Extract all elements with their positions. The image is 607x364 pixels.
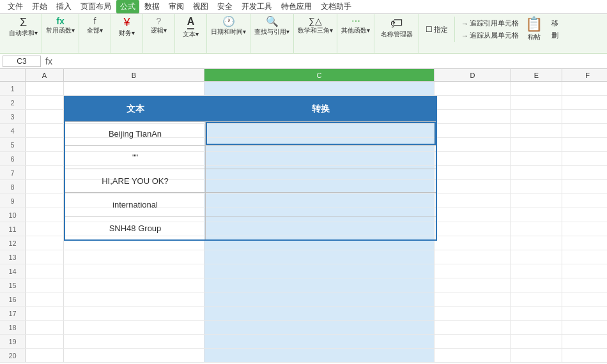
- title-menu[interactable]: 文件 开始 插入 页面布局 公式 数据 审阅 视图 安全 开发工具 特色应用 文…: [4, 0, 355, 13]
- cell-C18[interactable]: [204, 321, 434, 334]
- cell-F5[interactable]: [562, 138, 607, 151]
- col-header-E[interactable]: E: [511, 69, 562, 81]
- cell-A9[interactable]: [26, 194, 64, 208]
- cell-A15[interactable]: [26, 278, 64, 292]
- cell-E13[interactable]: [511, 250, 562, 264]
- cell-E19[interactable]: [511, 335, 562, 348]
- cell-A12[interactable]: [26, 236, 64, 250]
- cell-E10[interactable]: [511, 208, 562, 222]
- cell-F11[interactable]: [562, 222, 607, 236]
- cell-D17[interactable]: [434, 307, 511, 320]
- cell-E8[interactable]: [511, 180, 562, 193]
- cell-C19[interactable]: [204, 335, 434, 348]
- table-cell-text-1[interactable]: Beijing TianAn: [65, 122, 206, 145]
- cell-A2[interactable]: [26, 96, 64, 109]
- cell-F13[interactable]: [562, 250, 607, 264]
- cell-F20[interactable]: [562, 349, 607, 362]
- cell-B13[interactable]: [64, 250, 204, 264]
- cell-A17[interactable]: [26, 307, 64, 320]
- namemanager-button[interactable]: 🏷 名称管理器: [381, 17, 413, 39]
- finance-button[interactable]: ¥ 财务▾: [119, 17, 135, 38]
- cell-E5[interactable]: [511, 138, 562, 151]
- cell-F15[interactable]: [562, 278, 607, 292]
- paste-button[interactable]: 📋 粘帖: [525, 17, 542, 42]
- table-cell-text-2[interactable]: "": [65, 146, 206, 169]
- cell-F2[interactable]: [562, 96, 607, 109]
- text-button[interactable]: A 文本▾: [183, 17, 199, 39]
- cell-A8[interactable]: [26, 180, 64, 193]
- cell-F8[interactable]: [562, 180, 607, 193]
- cell-F6[interactable]: [562, 152, 607, 165]
- table-cell-text-5[interactable]: SNH48 Group: [65, 216, 206, 239]
- cell-F14[interactable]: [562, 264, 607, 278]
- col-header-D[interactable]: D: [434, 69, 511, 81]
- cell-E1[interactable]: [511, 82, 562, 95]
- col-header-F[interactable]: F: [562, 69, 607, 81]
- cell-B20[interactable]: [64, 349, 204, 362]
- cell-A14[interactable]: [26, 264, 64, 278]
- cell-E11[interactable]: [511, 222, 562, 236]
- math-button[interactable]: ∑△ 数学和三角▾: [298, 17, 333, 35]
- cell-A7[interactable]: [26, 166, 64, 179]
- cell-E6[interactable]: [511, 152, 562, 165]
- cell-F1[interactable]: [562, 82, 607, 95]
- cell-A1[interactable]: [26, 82, 64, 95]
- table-cell-convert-3[interactable]: [206, 169, 436, 192]
- menu-layout[interactable]: 页面布局: [77, 0, 115, 13]
- cell-E18[interactable]: [511, 321, 562, 334]
- cell-F12[interactable]: [562, 236, 607, 250]
- cell-B14[interactable]: [64, 264, 204, 278]
- cell-D15[interactable]: [434, 278, 511, 292]
- cell-D12[interactable]: [434, 236, 511, 250]
- cell-D13[interactable]: [434, 250, 511, 264]
- table-cell-text-3[interactable]: HI,ARE YOU OK?: [65, 169, 206, 192]
- trace-dep-button[interactable]: → 追踪从属单元格: [459, 30, 521, 41]
- cell-C1[interactable]: [204, 82, 434, 95]
- logic-button[interactable]: ? 逻辑▾: [151, 17, 167, 35]
- cell-F4[interactable]: [562, 124, 607, 137]
- cell-F10[interactable]: [562, 208, 607, 222]
- cell-C16[interactable]: [204, 292, 434, 306]
- cell-A3[interactable]: [26, 110, 64, 123]
- cell-E20[interactable]: [511, 349, 562, 362]
- cell-C17[interactable]: [204, 307, 434, 320]
- formula-input[interactable]: [57, 57, 604, 66]
- table-cell-convert-2[interactable]: [206, 146, 436, 169]
- otherfunc-button[interactable]: ⋯ 其他函数▾: [341, 17, 370, 35]
- cell-F7[interactable]: [562, 166, 607, 179]
- cell-E17[interactable]: [511, 307, 562, 320]
- cell-C14[interactable]: [204, 264, 434, 278]
- datetime-button[interactable]: 🕐 日期和时间▾: [211, 17, 246, 36]
- cell-A19[interactable]: [26, 335, 64, 348]
- cell-A5[interactable]: [26, 138, 64, 151]
- menu-data[interactable]: 数据: [141, 0, 164, 13]
- cell-E2[interactable]: [511, 96, 562, 109]
- cell-E16[interactable]: [511, 292, 562, 306]
- cell-E3[interactable]: [511, 110, 562, 123]
- cell-E14[interactable]: [511, 264, 562, 278]
- menu-view[interactable]: 视图: [189, 0, 212, 13]
- cell-D4[interactable]: [434, 124, 511, 137]
- cell-F17[interactable]: [562, 307, 607, 320]
- fx-button[interactable]: fx: [43, 56, 54, 66]
- menu-developer[interactable]: 开发工具: [238, 0, 276, 13]
- col-header-B[interactable]: B: [64, 69, 204, 81]
- cell-B16[interactable]: [64, 292, 204, 306]
- cell-B19[interactable]: [64, 335, 204, 348]
- cell-B18[interactable]: [64, 321, 204, 334]
- table-cell-convert-1[interactable]: [206, 122, 436, 145]
- cell-D2[interactable]: [434, 96, 511, 109]
- menu-review[interactable]: 审阅: [165, 0, 188, 13]
- col-header-C[interactable]: C: [204, 69, 434, 81]
- lookup-button[interactable]: 🔍 查找与引用▾: [254, 17, 289, 36]
- cell-A18[interactable]: [26, 321, 64, 334]
- cell-A6[interactable]: [26, 152, 64, 165]
- autosum-button[interactable]: Σ 自动求和▾: [9, 17, 38, 38]
- cell-A16[interactable]: [26, 292, 64, 306]
- menu-file[interactable]: 文件: [4, 0, 27, 13]
- cell-B1[interactable]: [64, 82, 204, 95]
- table-cell-text-4[interactable]: international: [65, 193, 206, 216]
- cell-E12[interactable]: [511, 236, 562, 250]
- cell-C13[interactable]: [204, 250, 434, 264]
- cell-E9[interactable]: [511, 194, 562, 208]
